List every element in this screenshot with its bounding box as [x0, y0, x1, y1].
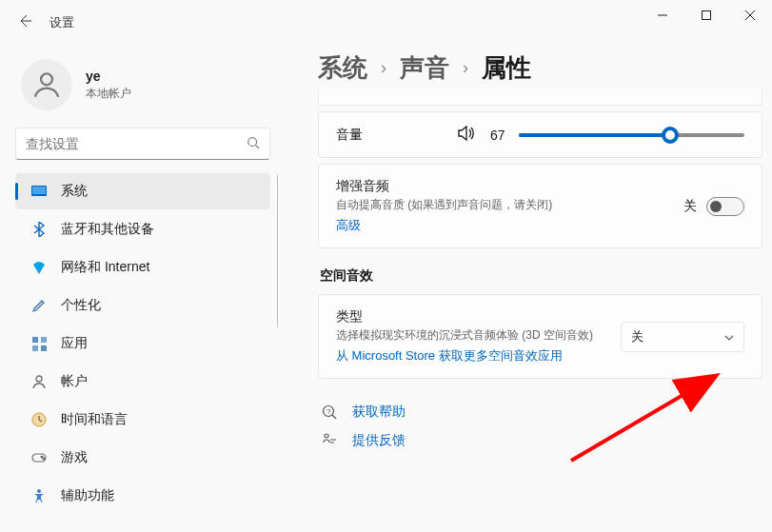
svg-rect-10 — [41, 337, 47, 343]
search-icon — [247, 136, 260, 152]
feedback-text: 提供反馈 — [352, 432, 406, 449]
main-content: 系统 › 声音 › 属性 音量 67 增强 — [286, 46, 772, 532]
accounts-icon — [30, 373, 48, 390]
spatial-type-dropdown[interactable]: 关 — [621, 322, 744, 352]
svg-rect-1 — [703, 11, 711, 20]
get-help-link[interactable]: ? 获取帮助 — [318, 398, 762, 426]
speaker-icon[interactable] — [458, 126, 475, 144]
avatar — [21, 59, 72, 110]
nav-label: 蓝牙和其他设备 — [61, 221, 154, 238]
nav-item-bluetooth[interactable]: 蓝牙和其他设备 — [15, 211, 270, 247]
search-box[interactable] — [15, 128, 270, 160]
maximize-button[interactable] — [684, 0, 728, 30]
get-help-text: 获取帮助 — [352, 404, 406, 421]
svg-point-5 — [248, 137, 257, 146]
nav-label: 时间和语言 — [61, 411, 128, 428]
nav-label: 帐户 — [61, 373, 88, 390]
chevron-down-icon — [724, 330, 734, 344]
volume-card: 音量 67 — [318, 111, 762, 158]
close-button[interactable] — [728, 0, 772, 30]
slider-thumb[interactable] — [662, 127, 679, 144]
svg-rect-9 — [32, 337, 38, 343]
enhance-title: 增强音频 — [336, 178, 666, 195]
user-name: ye — [86, 69, 131, 84]
minimize-button[interactable] — [641, 0, 684, 30]
volume-label: 音量 — [336, 127, 441, 144]
nav-label: 个性化 — [61, 297, 101, 314]
breadcrumb-current: 属性 — [482, 51, 531, 85]
wifi-icon — [30, 259, 48, 276]
nav-label: 系统 — [61, 183, 88, 200]
nav-item-gaming[interactable]: 游戏 — [15, 440, 270, 476]
clock-icon — [30, 411, 48, 428]
svg-point-17 — [43, 458, 45, 460]
system-icon — [30, 183, 48, 200]
svg-line-6 — [256, 145, 260, 148]
svg-rect-12 — [41, 345, 47, 351]
nav-list: 系统 蓝牙和其他设备 网络和 Internet — [0, 173, 286, 514]
breadcrumb: 系统 › 声音 › 属性 — [318, 51, 762, 85]
svg-point-21 — [325, 434, 328, 438]
svg-rect-11 — [32, 345, 38, 351]
bluetooth-icon — [30, 221, 48, 238]
svg-point-4 — [41, 73, 52, 85]
svg-point-18 — [37, 489, 41, 493]
spatial-heading: 空间音效 — [320, 267, 762, 285]
search-input[interactable] — [26, 136, 247, 151]
sidebar-scrollbar[interactable] — [277, 175, 278, 514]
spatial-type-sub: 选择模拟现实环境的沉浸式音频体验 (3D 空间音效) — [336, 327, 604, 344]
nav-item-time[interactable]: 时间和语言 — [15, 402, 270, 438]
enhance-advanced-link[interactable]: 高级 — [336, 217, 361, 234]
sidebar: ye 本地帐户 系统 — [0, 46, 286, 532]
nav-item-accounts[interactable]: 帐户 — [15, 364, 270, 400]
toggle-state-label: 关 — [683, 198, 697, 215]
user-profile[interactable]: ye 本地帐户 — [0, 53, 286, 128]
breadcrumb-mid[interactable]: 声音 — [400, 51, 449, 85]
titlebar: 设置 — [0, 0, 772, 46]
breadcrumb-root[interactable]: 系统 — [318, 51, 367, 85]
spatial-type-label: 类型 — [336, 308, 604, 325]
accessibility-icon — [30, 487, 48, 504]
svg-point-16 — [41, 456, 43, 458]
feedback-icon — [320, 432, 339, 449]
window-controls — [641, 0, 772, 46]
nav-label: 应用 — [61, 335, 88, 352]
window-title: 设置 — [49, 14, 74, 31]
brush-icon — [30, 297, 48, 314]
gaming-icon — [30, 449, 48, 466]
help-icon: ? — [320, 404, 339, 421]
enhance-sub: 自动提高音质 (如果遇到声音问题，请关闭) — [336, 197, 666, 213]
feedback-link[interactable]: 提供反馈 — [318, 426, 762, 455]
nav-label: 辅助功能 — [61, 487, 114, 504]
nav-item-personalization[interactable]: 个性化 — [15, 287, 270, 324]
enhance-audio-card: 增强音频 自动提高音质 (如果遇到声音问题，请关闭) 高级 关 — [318, 164, 762, 248]
svg-rect-8 — [32, 187, 46, 194]
card-clipped — [318, 89, 762, 106]
nav-label: 网络和 Internet — [61, 259, 149, 276]
chevron-right-icon: › — [381, 58, 386, 78]
svg-text:?: ? — [327, 407, 331, 416]
chevron-right-icon: › — [463, 58, 468, 78]
spatial-type-card: 类型 选择模拟现实环境的沉浸式音频体验 (3D 空间音效) 从 Microsof… — [318, 294, 762, 379]
user-account-type: 本地帐户 — [86, 86, 131, 102]
svg-point-13 — [36, 376, 42, 382]
nav-item-system[interactable]: 系统 — [15, 173, 270, 209]
enhance-toggle[interactable]: 关 — [683, 197, 744, 216]
volume-slider[interactable] — [519, 133, 744, 137]
nav-item-apps[interactable]: 应用 — [15, 325, 270, 362]
back-button[interactable] — [17, 13, 32, 32]
volume-value: 67 — [490, 128, 505, 143]
toggle-switch[interactable] — [706, 197, 744, 216]
nav-label: 游戏 — [61, 449, 88, 466]
apps-icon — [30, 335, 48, 352]
nav-item-network[interactable]: 网络和 Internet — [15, 249, 270, 286]
spatial-store-link[interactable]: 从 Microsoft Store 获取更多空间音效应用 — [336, 347, 563, 365]
dropdown-value: 关 — [631, 328, 643, 345]
nav-item-accessibility[interactable]: 辅助功能 — [15, 478, 270, 514]
